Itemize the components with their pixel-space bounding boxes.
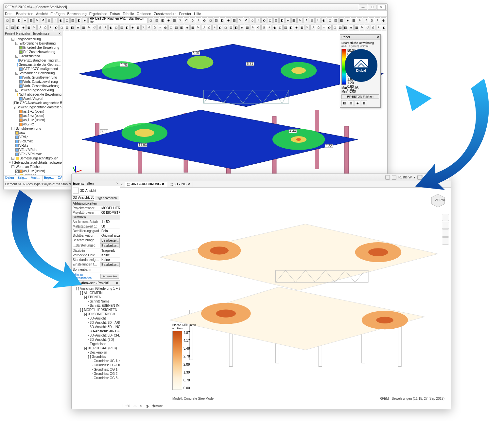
tree-item[interactable]: - Bewehrungsabdeckung (12, 88, 61, 92)
browser-item[interactable]: · 3D-Ansicht (88, 316, 119, 320)
toolbar-button[interactable]: ◧ (339, 17, 344, 23)
menu-ergebnisse[interactable]: Ergebnisse (89, 12, 107, 16)
close-icon[interactable]: ✕ (58, 32, 61, 35)
navigator-header[interactable]: Projekt-Navigator - Ergebnisse✕ (4, 31, 62, 36)
browser-item[interactable]: · 3D-Ansicht: {3D} (88, 338, 119, 342)
menu-datei[interactable]: Datei (5, 12, 13, 16)
toolbar-button[interactable]: ▤ (10, 25, 15, 30)
toolbar-button[interactable]: ◧ (289, 25, 294, 30)
browser-item[interactable]: · Grundriss: EG- OK RFB (92, 363, 119, 367)
toolbar-button[interactable]: ✎ (178, 17, 183, 23)
tree-item[interactable]: - Vorhandene Bewehrung (12, 71, 61, 75)
restore-button[interactable]: ❐ (432, 175, 440, 180)
tree-item[interactable]: Vorh. Gesamtbewehrung (16, 84, 61, 88)
toolbar-button[interactable]: ✎ (87, 25, 92, 30)
toolbar-button[interactable]: ▦ (136, 25, 141, 30)
toolbar-button[interactable]: ⎙ (316, 25, 321, 30)
toolbar-button[interactable]: ▦ (354, 25, 359, 30)
properties-header[interactable]: Eigenschaften✕ (72, 181, 120, 186)
tree-item[interactable]: Nicht abgedeckte Bewehrung (16, 92, 61, 97)
toolbar-button[interactable]: ⌖ (103, 25, 108, 30)
tree-item[interactable]: VRd,max (12, 139, 61, 143)
menu-bearbeiten[interactable]: Bearbeiten (16, 12, 33, 16)
toolbar-button[interactable]: ⎙ (261, 25, 266, 30)
toolbar-button[interactable]: ▤ (333, 17, 338, 23)
toolbar-button[interactable]: ◻ (5, 25, 9, 30)
toolbar-button[interactable]: ◻ (168, 25, 173, 30)
home-icon[interactable]: ⌂ (120, 182, 125, 186)
toolbar-button[interactable]: ⎙ (309, 17, 314, 23)
tree-item[interactable]: + Gebrauchstauglichkeitsnachweise (8, 160, 61, 165)
toolbar-button[interactable]: ⌖ (52, 17, 58, 23)
navigator-tab[interactable]: CAD… (56, 175, 62, 181)
toolbar-button[interactable]: ✎ (305, 25, 310, 30)
toolbar-button[interactable]: ◧ (17, 17, 22, 23)
menu-tabelle[interactable]: Tabelle (123, 12, 134, 16)
browser-item[interactable]: · Grundriss: OG 2- OK RFB (92, 372, 119, 376)
toolbar-button[interactable]: ▤ (283, 25, 288, 30)
toolbar-button[interactable]: ▦ (291, 17, 297, 23)
project-browser-tree[interactable]: [-] Ansichten (Gliederung 1 + 2)[-] ALLG… (72, 286, 120, 409)
toolbar-button[interactable]: ▤ (119, 25, 124, 30)
toolbar-button[interactable]: ◻ (208, 17, 213, 23)
tree-item[interactable]: asw (12, 131, 61, 135)
toolbar-button[interactable]: ↺ (201, 25, 206, 30)
toolbar-button[interactable]: ▤ (214, 17, 219, 23)
tree-item[interactable]: VEd / VRd,max (12, 152, 61, 156)
browser-item[interactable]: · Schnitt Name (88, 299, 119, 303)
toolbar-button[interactable]: ◻ (327, 17, 332, 23)
status-icon[interactable]: ▭ (133, 404, 136, 408)
tree-item[interactable]: as,1 +z (unten) (16, 118, 61, 122)
toolbar-button[interactable]: ◧ (279, 17, 285, 23)
tree-item[interactable]: as,2 +z (16, 122, 61, 126)
toolbar-button[interactable]: ↺ (147, 25, 151, 30)
tree-item[interactable]: - Bewehrungsrichtung darstellen (12, 105, 61, 109)
toolbar-button[interactable]: ◈ (21, 25, 26, 30)
menu-einfügen[interactable]: Einfügen (50, 12, 64, 16)
tree-item[interactable]: Für GZG-Nachweis angesetzte Bew… (12, 101, 61, 105)
navigator-tab[interactable]: Ansi… (29, 175, 42, 181)
toolbar-button[interactable]: ⌖ (376, 25, 381, 30)
browser-item[interactable]: · 3D-Ansicht: 3D - ARCH (88, 320, 119, 325)
toolbar-button[interactable]: ▦ (245, 25, 250, 30)
tree-item[interactable]: - Erforderliche Bewehrung (12, 41, 61, 46)
tree-item[interactable]: as,2 +z (oben) (16, 114, 61, 118)
toolbar-button[interactable]: ⎙ (207, 25, 212, 30)
property-row[interactable]: Standardanzeigestil…Keine (72, 258, 120, 262)
toolbar-button[interactable]: ⌖ (322, 25, 326, 30)
toolbar-button[interactable]: ⌖ (212, 25, 217, 30)
titlebar[interactable]: RustlerW ▾ ― ❐ ✕ (72, 174, 451, 181)
toolbar-button[interactable]: ⌖ (375, 17, 380, 23)
toolbar-button[interactable]: ◐ (381, 17, 386, 23)
navigator-tab[interactable]: Daten (4, 175, 16, 181)
toolbar-button[interactable]: ⌖ (255, 17, 261, 23)
browser-item[interactable]: · 3D-Ansicht: 3D - ING (88, 325, 119, 329)
property-row[interactable]: Sichtbarkeit dr Teil…Original anzeigen (72, 233, 120, 238)
toolbar-button[interactable]: ◧ (76, 17, 81, 23)
project-browser-header[interactable]: Projektbrowser - Projekt1✕ (72, 280, 120, 286)
browser-item[interactable]: [-] Ansichten (Gliederung 1 + 2) (76, 286, 119, 291)
property-row[interactable]: Einstellungen für An…Bearbeiten… (72, 262, 120, 267)
tree-item[interactable]: - Werte an Flächen (8, 165, 61, 169)
toolbar-button[interactable]: ◐ (217, 25, 222, 30)
toolbar-button[interactable]: ✎ (141, 25, 146, 30)
toolbar-button[interactable]: ↺ (363, 17, 368, 23)
tree-item[interactable]: Grenzzustände der Gebrau… (16, 63, 61, 67)
status-icon[interactable]: ☀ (140, 404, 143, 408)
toolbar-button[interactable]: ◻ (332, 25, 337, 30)
toolbar-button[interactable]: ◧ (125, 25, 130, 30)
browser-item[interactable]: · Grundriss: OG 3- OK RFB (92, 376, 119, 380)
toolbar-button[interactable]: ◐ (321, 17, 326, 23)
browser-item[interactable]: [-] Grundriss (88, 355, 119, 359)
property-row[interactable]: DisziplinTragwerk (72, 248, 120, 253)
toolbar-button[interactable]: ↺ (41, 17, 46, 23)
toolbar-button[interactable]: ↺ (303, 17, 308, 23)
toolbar-button[interactable]: ▦ (26, 25, 31, 30)
toolbar-button[interactable]: ◧ (15, 25, 20, 30)
toolbar-button[interactable]: ▤ (174, 25, 179, 30)
apply-button[interactable]: Anwenden (100, 274, 119, 279)
account-name[interactable]: RustlerW (398, 175, 412, 179)
toolbar-button[interactable]: ◈ (166, 17, 171, 23)
browser-item[interactable]: · Schnitt: EBENEN IM PROJEKT (88, 303, 119, 308)
toolbar-button[interactable]: ⌖ (158, 25, 163, 30)
